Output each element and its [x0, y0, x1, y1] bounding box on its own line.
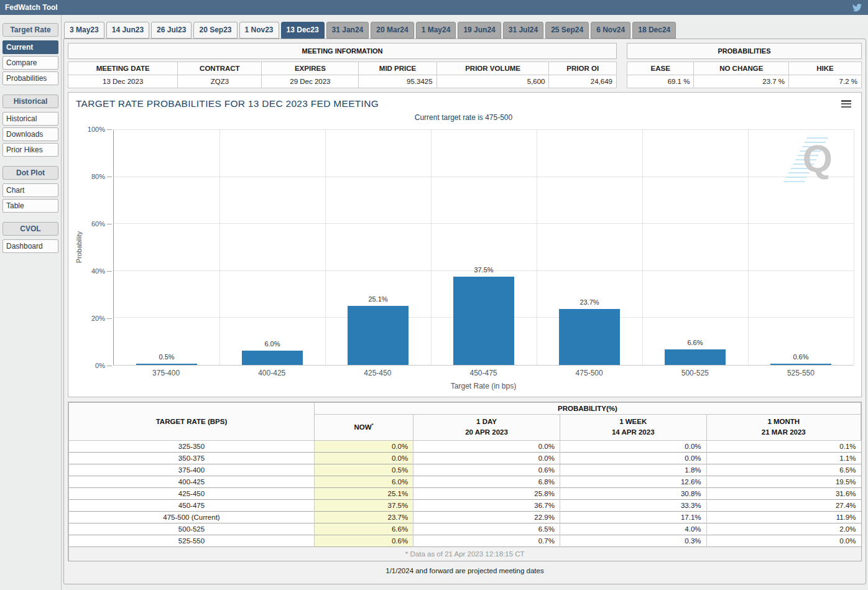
ease-header: EASE — [627, 62, 694, 75]
y-tick-40: 40% — [91, 267, 105, 275]
x-label-375-400: 375-400 — [113, 366, 219, 377]
x-axis-title: Target Rate (in bps) — [113, 377, 854, 393]
bar-400-425: 6.0% — [219, 130, 325, 365]
one-week-column-header: 1 WEEK14 APR 2023 — [560, 415, 706, 441]
tab-20-sep23[interactable]: 20 Sep23 — [193, 22, 237, 39]
table-row: 450-475 37.5% 36.7% 33.3% 27.4% — [69, 499, 861, 511]
one-month-column-header: 1 MONTH21 MAR 2023 — [706, 415, 861, 441]
sidebar-item-table[interactable]: Table — [2, 199, 58, 213]
probability-table-panel: TARGET RATE (BPS) PROBABILITY(%) NOW* 1 … — [68, 402, 862, 561]
chart-panel: TARGET RATE PROBABILITIES FOR 13 DEC 202… — [68, 92, 862, 397]
no-change-value: 23.7 % — [694, 75, 789, 88]
prior-oi-header: PRIOR OI — [549, 62, 617, 75]
x-label-450-475: 450-475 — [430, 366, 536, 377]
tab-13-dec23[interactable]: 13 Dec23 — [281, 22, 325, 39]
contract-value: ZQZ3 — [178, 75, 262, 88]
contract-header: CONTRACT — [178, 62, 262, 75]
mid-price-value: 95.3425 — [359, 75, 436, 88]
x-label-500-525: 500-525 — [642, 366, 748, 377]
chart-subtitle: Current target rate is 475-500 — [73, 113, 854, 122]
page: { "app": { "title": "FedWatch Tool" }, "… — [0, 0, 868, 590]
now-column-header: NOW* — [314, 415, 413, 441]
sidebar-item-prior-hikes[interactable]: Prior Hikes — [2, 143, 58, 157]
mid-price-header: MID PRICE — [359, 62, 436, 75]
tab-1-may24[interactable]: 1 May24 — [416, 22, 456, 39]
y-axis: 0% 20% 40% 60% 80% 100% — [85, 129, 113, 366]
y-axis-title: Probability — [73, 129, 85, 366]
prior-volume-header: PRIOR VOLUME — [436, 62, 549, 75]
y-tick-20: 20% — [91, 315, 105, 322]
meeting-date-header: MEETING DATE — [68, 62, 178, 75]
sidebar-item-downloads[interactable]: Downloads — [2, 127, 58, 141]
twitter-icon[interactable] — [851, 2, 863, 13]
main-panel: MEETING INFORMATION MEETING DATE CONTRAC… — [63, 39, 866, 584]
sidebar-section-historical: Historical — [2, 94, 58, 108]
no-change-header: NO CHANGE — [694, 62, 789, 75]
table-row: 525-550 0.6% 0.7% 0.3% 0.0% — [69, 535, 861, 546]
y-tick-0: 0% — [95, 362, 105, 369]
tab-3-may23[interactable]: 3 May23 — [64, 22, 104, 39]
sidebar-item-dashboard[interactable]: Dashboard — [2, 239, 58, 253]
y-tick-100: 100% — [88, 126, 105, 133]
data-as-of-note: * Data as of 21 Apr 2023 12:18:15 CT — [69, 546, 861, 561]
probabilities-panel: PROBABILITIES EASE NO CHANGE HIKE 69.1 %… — [627, 43, 862, 88]
tab-19-jun24[interactable]: 19 Jun24 — [458, 22, 501, 39]
meeting-date-tabs: 3 May23 14 Jun23 26 Jul23 20 Sep23 1 Nov… — [64, 22, 866, 39]
x-label-525-550: 525-550 — [748, 366, 854, 377]
chart-title: TARGET RATE PROBABILITIES FOR 13 DEC 202… — [73, 98, 854, 109]
tab-1-nov23[interactable]: 1 Nov23 — [239, 22, 279, 39]
table-row: 500-525 6.6% 6.5% 4.0% 2.0% — [69, 523, 861, 535]
x-label-475-500: 475-500 — [537, 366, 642, 377]
target-rate-bps-header: TARGET RATE (BPS) — [69, 403, 315, 441]
table-row: 350-375 0.0% 0.0% 0.0% 1.1% — [69, 452, 861, 464]
hike-header: HIKE — [789, 62, 862, 75]
bar-425-450: 25.1% — [325, 130, 431, 365]
x-label-400-425: 400-425 — [219, 366, 325, 377]
x-label-425-450: 425-450 — [325, 366, 430, 377]
bar-500-525: 6.6% — [642, 130, 748, 365]
bar-375-400: 0.5% — [114, 130, 219, 365]
tab-31-jan24[interactable]: 31 Jan24 — [326, 22, 369, 39]
sidebar-section-dot-plot: Dot Plot — [2, 166, 58, 180]
sidebar-item-chart[interactable]: Chart — [2, 183, 58, 197]
probabilities-caption: PROBABILITIES — [627, 43, 862, 59]
meeting-information-caption: MEETING INFORMATION — [68, 43, 617, 59]
app-header: FedWatch Tool — [0, 0, 868, 15]
y-tick-60: 60% — [91, 220, 105, 228]
tab-14-jun23[interactable]: 14 Jun23 — [106, 22, 149, 39]
probability-group-header: PROBABILITY(%) — [314, 403, 861, 415]
prior-oi-value: 24,649 — [549, 75, 617, 88]
one-day-column-header: 1 DAY20 APR 2023 — [413, 415, 560, 441]
sidebar-item-probabilities[interactable]: Probabilities — [2, 71, 58, 85]
tab-31-jul24[interactable]: 31 Jul24 — [503, 22, 543, 39]
table-row: 400-425 6.0% 6.8% 12.6% 19.5% — [69, 476, 861, 487]
tab-18-dec24[interactable]: 18 Dec24 — [632, 22, 676, 39]
sidebar: Target Rate Current Compare Probabilitie… — [0, 15, 62, 590]
tab-20-mar24[interactable]: 20 Mar24 — [371, 22, 413, 39]
table-row: 375-400 0.5% 0.6% 1.8% 6.5% — [69, 464, 861, 476]
table-footnote-row: * Data as of 21 Apr 2023 12:18:15 CT — [69, 546, 861, 561]
plot-area: Q 0.5% 6.0% 25.1% 37.5% 23.7% 6.6% 0.6% — [113, 129, 854, 366]
bar-475-500: 23.7% — [537, 130, 642, 365]
expires-value: 29 Dec 2023 — [262, 75, 359, 88]
y-tick-80: 80% — [91, 173, 105, 180]
sidebar-item-compare[interactable]: Compare — [2, 56, 58, 70]
tab-25-sep24[interactable]: 25 Sep24 — [545, 22, 589, 39]
expires-header: EXPIRES — [262, 62, 359, 75]
tab-26-jul23[interactable]: 26 Jul23 — [151, 22, 192, 39]
tab-6-nov24[interactable]: 6 Nov24 — [591, 22, 630, 39]
sidebar-section-cvol: CVOL — [2, 222, 58, 236]
prior-volume-value: 5,600 — [436, 75, 549, 88]
hike-value: 7.2 % — [789, 75, 862, 88]
ease-value: 69.1 % — [627, 75, 694, 88]
bar-525-550: 0.6% — [748, 130, 854, 365]
table-row: 325-350 0.0% 0.0% 0.0% 0.1% — [69, 440, 861, 452]
meeting-date-value: 13 Dec 2023 — [68, 75, 178, 88]
sidebar-section-target-rate: Target Rate — [2, 23, 58, 37]
x-axis-labels: 375-400 400-425 425-450 450-475 475-500 … — [113, 366, 854, 377]
main-content: 3 May23 14 Jun23 26 Jul23 20 Sep23 1 Nov… — [62, 15, 868, 590]
sidebar-item-historical[interactable]: Historical — [2, 112, 58, 126]
app-title: FedWatch Tool — [5, 3, 58, 12]
chart-menu-icon[interactable] — [841, 100, 851, 108]
sidebar-item-current[interactable]: Current — [2, 40, 58, 54]
